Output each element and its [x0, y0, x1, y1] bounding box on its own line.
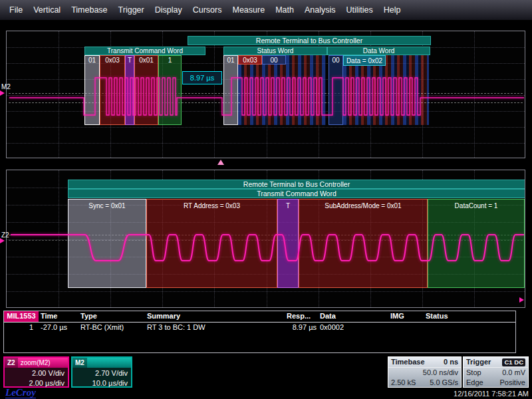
trigger-mode: Stop [466, 368, 481, 378]
cell-type: RT-BC (Xmit) [78, 323, 145, 332]
cell-summary: RT 3 to BC: 1 DW [145, 323, 285, 332]
zoom-word-title: Transmit Command Word [68, 189, 525, 198]
timebase-rate: 5.0 GS/s [430, 378, 458, 388]
menu-vertical[interactable]: Vertical [28, 5, 66, 15]
trigger-level: 0.0 mV [502, 368, 525, 378]
group-header-transmit-command-word: Transmit Command Word [84, 47, 205, 55]
z2-vdiv: 2.00 V/div [5, 368, 68, 378]
m2-channel-label[interactable]: M2 [1, 83, 11, 90]
z2-descriptor-box[interactable]: Z2 zoom(M2) 2.00 V/div 2.00 µs/div [3, 356, 69, 388]
menu-cursors[interactable]: Cursors [188, 5, 227, 15]
menu-measure[interactable]: Measure [227, 5, 270, 15]
z2-title: zoom(M2) [21, 359, 51, 366]
trigger-source-badge: C1 DC [502, 358, 525, 366]
timebase-samples: 2.50 kS [391, 378, 416, 388]
z2-trace-indicator-icon[interactable] [0, 238, 5, 243]
timebase-offset: 0 ns [444, 357, 458, 367]
menu-utilities[interactable]: Utilities [340, 5, 378, 15]
column-header-img[interactable]: IMG [388, 311, 424, 322]
timebase-title: Timebase [391, 357, 425, 367]
group-header-status-word: Status Word [223, 47, 327, 55]
cell-index: 1 [4, 323, 39, 332]
cell-status [424, 323, 515, 332]
menu-trigger[interactable]: Trigger [113, 5, 150, 15]
cell-resp: 8.97 µs [285, 323, 318, 332]
menu-help[interactable]: Help [378, 5, 406, 15]
cell-data: 0x0002 [318, 323, 388, 332]
timebase-descriptor-box[interactable]: Timebase 0 ns 50.0 ns/div 2.50 kS 5.0 GS… [388, 356, 462, 388]
menu-file[interactable]: File [4, 5, 28, 15]
m2-descriptor-box[interactable]: M2 2.70 V/div 10.0 µs/div [71, 356, 132, 388]
m2-trace-indicator-icon[interactable] [0, 90, 5, 96]
column-header-time[interactable]: Time [39, 311, 78, 322]
datetime-readout: 12/16/2011 7:58:21 AM [454, 390, 529, 398]
lecroy-logo: LeCroy [5, 388, 36, 398]
column-header-type[interactable]: Type [78, 311, 145, 322]
column-header-data[interactable]: Data [318, 311, 388, 322]
menu-timebase[interactable]: Timebase [66, 5, 112, 15]
menu-math[interactable]: Math [270, 5, 299, 15]
bus-decode-title: Remote Terminal to Bus Controller [188, 36, 431, 45]
oscilloscope-screen: File Vertical Timebase Trigger Display C… [0, 0, 532, 399]
trigger-title: Trigger [466, 357, 491, 367]
decode-table: MIL1553 Time Type Summary Resp... Data I… [3, 311, 516, 353]
m2-vdiv: 2.70 V/div [72, 368, 131, 378]
menu-display[interactable]: Display [150, 5, 188, 15]
m2-tdiv: 10.0 µs/div [72, 378, 131, 388]
trigger-type: Edge [466, 378, 483, 388]
menu-bar: File Vertical Timebase Trigger Display C… [0, 0, 532, 20]
main-waveform-panel: Transmit Command Word 01 0x03 T 0x01 1 S… [6, 31, 525, 158]
decode-table-header: MIL1553 Time Type Summary Resp... Data I… [4, 311, 515, 323]
trigger-position-marker-icon[interactable] [217, 160, 224, 165]
timebase-tdiv: 50.0 ns/div [423, 368, 458, 378]
z2-badge: Z2 [5, 358, 18, 368]
group-header-data-word: Data Word [327, 47, 430, 55]
column-header-status[interactable]: Status [424, 311, 515, 322]
column-header-resp[interactable]: Resp... [285, 311, 318, 322]
menu-analysis[interactable]: Analysis [299, 5, 341, 15]
trigger-descriptor-box[interactable]: Trigger C1 DC Stop 0.0 mV Edge Positive [463, 356, 529, 388]
column-header-summary[interactable]: Summary [145, 311, 285, 322]
cell-img [388, 323, 424, 332]
trigger-slope: Positive [499, 378, 525, 388]
z2-tdiv: 2.00 µs/div [5, 378, 68, 388]
response-time-readout: 8.97 µs [182, 71, 222, 84]
zoom-waveform-panel: Remote Terminal to Bus Controller Transm… [6, 170, 525, 308]
zoom-bus-title: Remote Terminal to Bus Controller [68, 180, 525, 189]
cell-time: -27.0 µs [39, 323, 78, 332]
table-row[interactable]: 1 -27.0 µs RT-BC (Xmit) RT 3 to BC: 1 DW… [4, 323, 515, 332]
bus-protocol-badge[interactable]: MIL1553 [4, 311, 39, 322]
trace-continue-arrow-icon [519, 297, 524, 303]
m2-badge: M2 [72, 358, 87, 368]
